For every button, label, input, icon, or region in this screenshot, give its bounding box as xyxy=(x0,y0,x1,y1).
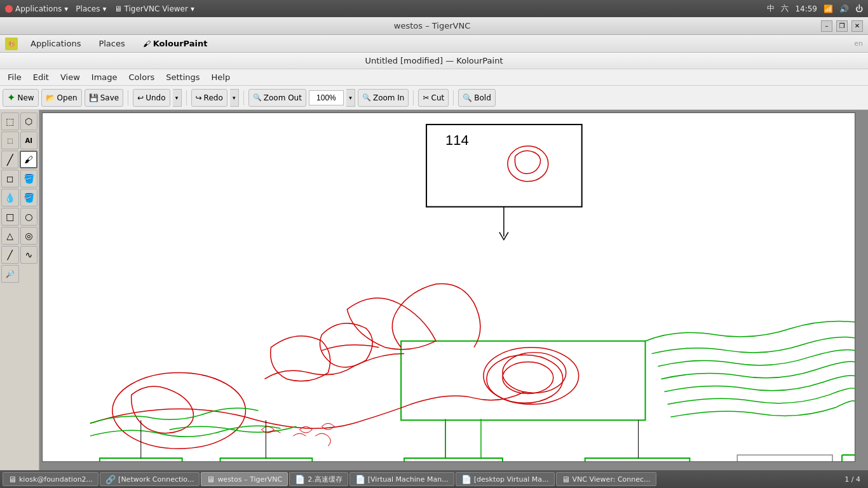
vnc-maximize-button[interactable]: ❐ xyxy=(836,20,848,32)
bold-label: Bold xyxy=(474,93,491,102)
tigervnc-task-label: westos – TigerVNC xyxy=(217,475,282,484)
polygon-tool[interactable]: △ xyxy=(1,227,19,245)
vnc-window-title: westos – TigerVNC xyxy=(43,21,821,30)
tool-row-7: ╱ ∿ xyxy=(1,246,37,264)
new-button[interactable]: ✦ New xyxy=(3,89,39,107)
kp-titlebar: Untitled [modified] — KolourPaint xyxy=(0,53,868,69)
toolbar-sep-2 xyxy=(186,90,187,105)
menu-settings[interactable]: Settings xyxy=(161,71,205,83)
kiosk-icon: 🖥 xyxy=(8,475,17,484)
taskbar-network[interactable]: 🔗 [Network Connectio... xyxy=(100,472,200,486)
ai-text-tool[interactable]: AI xyxy=(20,132,38,149)
zoom-value-input[interactable] xyxy=(309,90,344,105)
taskbar-vnc-connect[interactable]: 🖥 VNC Viewer: Connec... xyxy=(556,472,656,486)
tigervnc-label: TigerVNC Viewer xyxy=(125,4,188,13)
fill2-tool[interactable]: 🪣 xyxy=(20,189,38,207)
toolbar-sep-1 xyxy=(128,90,128,105)
system-bar: Applications ▾ Places ▾ 🖥 TigerVNC Viewe… xyxy=(0,0,868,17)
eyedropper-tool[interactable]: 💧 xyxy=(1,189,19,207)
free-shape-tool[interactable]: ◎ xyxy=(20,227,38,245)
tigervnc-menu[interactable]: 🖥 TigerVNC Viewer ▾ xyxy=(114,4,194,13)
outer-applications-menu[interactable]: Applications xyxy=(25,37,86,50)
tigervnc-icon: 🖥 xyxy=(114,4,122,13)
places-menu[interactable]: Places ▾ xyxy=(76,4,106,13)
new-icon: ✦ xyxy=(7,92,15,104)
menu-image[interactable]: Image xyxy=(86,71,123,83)
applications-menu[interactable]: Applications ▾ xyxy=(5,4,68,13)
bold-button[interactable]: 🔍 Bold xyxy=(458,89,496,107)
tool-row-4: 💧 🪣 xyxy=(1,189,37,207)
new-label: New xyxy=(17,93,34,102)
system-bar-left: Applications ▾ Places ▾ 🖥 TigerVNC Viewe… xyxy=(5,4,194,13)
menu-view[interactable]: View xyxy=(55,71,85,83)
cache-label: 2.高速缓存 xyxy=(308,475,342,484)
toolbar: ✦ New 📂 Open 💾 Save ↩ Undo ▾ ↪ Redo ▾ 🔍 … xyxy=(0,86,868,110)
rect-shape-tool[interactable]: □ xyxy=(1,208,19,226)
zoom-out-button[interactable]: 🔍 Zoom Out xyxy=(248,89,306,107)
zoom-in-icon: 🔍 xyxy=(362,93,371,102)
fill-tool[interactable]: 🪣 xyxy=(20,170,38,187)
wifi-icon: 📶 xyxy=(824,4,833,13)
save-button[interactable]: 💾 Save xyxy=(85,89,123,107)
open-button[interactable]: 📂 Open xyxy=(41,89,82,107)
save-icon: 💾 xyxy=(89,93,98,102)
menu-file[interactable]: File xyxy=(3,71,27,83)
tool-row-5: □ ○ xyxy=(1,208,37,226)
tool-row-1: ⬚ ⬡ xyxy=(1,112,37,130)
brush-tool[interactable]: 🖌 xyxy=(20,151,37,168)
virt-man-label: [Virtual Machine Man... xyxy=(368,475,449,484)
undo-dropdown[interactable]: ▾ xyxy=(173,89,182,107)
menu-help[interactable]: Help xyxy=(207,71,236,83)
kp-outer-bar: 🎨 Applications Places 🖌 KolourPaint en xyxy=(0,35,868,53)
eraser-tool[interactable]: ◻ xyxy=(1,170,19,187)
tool-panel: ⬚ ⬡ ⬚ AI ╱ 🖌 ◻ 🪣 💧 🪣 □ ○ △ ◎ ╱ ∿ xyxy=(0,110,39,487)
select-free-tool[interactable]: ⬡ xyxy=(20,112,38,130)
bold-icon: 🔍 xyxy=(463,93,472,102)
vnc-close-button[interactable]: ✕ xyxy=(851,20,863,32)
undo-label: Undo xyxy=(146,93,165,102)
outer-places-menu[interactable]: Places xyxy=(93,37,130,50)
svg-point-8 xyxy=(503,362,553,394)
zoom-in-label: Zoom In xyxy=(373,93,405,102)
redo-button[interactable]: ↪ Redo xyxy=(191,89,227,107)
redo-label: Redo xyxy=(204,93,223,102)
taskbar-virt-man[interactable]: 📄 [Virtual Machine Man... xyxy=(349,472,454,486)
redo-icon: ↪ xyxy=(196,93,202,102)
zoom-dropdown[interactable]: ▾ xyxy=(346,89,355,107)
page-indicator: 1 / 4 xyxy=(844,475,865,484)
network-icon: 🔗 xyxy=(105,475,116,484)
zoom-in-button[interactable]: 🔍 Zoom In xyxy=(358,89,409,107)
taskbar-tigervnc[interactable]: 🖥 westos – TigerVNC xyxy=(201,472,288,486)
cut-icon: ✂ xyxy=(423,93,429,102)
day-indicator: 六 xyxy=(781,3,789,14)
tool-row-ai: ⬚ AI xyxy=(1,132,37,149)
canvas-area[interactable]: 114 xyxy=(39,110,868,487)
taskbar-kiosk[interactable]: 🖥 kiosk@foundation2... xyxy=(3,472,98,486)
undo-button[interactable]: ↩ Undo xyxy=(133,89,170,107)
line-tool[interactable]: ╱ xyxy=(1,246,19,264)
menu-edit[interactable]: Edit xyxy=(28,71,54,83)
svg-rect-11 xyxy=(220,458,313,461)
zoom-tool[interactable]: 🔎 xyxy=(1,265,19,283)
kp-brush-icon: 🖌 xyxy=(143,39,151,48)
time-display: 14:59 xyxy=(795,4,817,13)
cut-button[interactable]: ✂ Cut xyxy=(418,89,449,107)
curve-tool[interactable]: ∿ xyxy=(20,246,38,264)
taskbar-desktop-virt[interactable]: 📄 [desktop Virtual Ma... xyxy=(456,472,555,486)
select-rect-tool[interactable]: ⬚ xyxy=(1,112,19,130)
taskbar-cache[interactable]: 📄 2.高速缓存 xyxy=(289,472,348,486)
ellipse-shape-tool[interactable]: ○ xyxy=(20,208,38,226)
drawing-canvas[interactable]: 114 xyxy=(42,112,855,462)
power-icon[interactable]: ⏻ xyxy=(855,4,863,13)
ai-select-tool[interactable]: ⬚ xyxy=(1,132,19,149)
pencil-tool[interactable]: ╱ xyxy=(1,151,18,168)
desktop-virt-label: [desktop Virtual Ma... xyxy=(474,475,549,484)
vnc-minimize-button[interactable]: – xyxy=(821,20,832,32)
system-bar-right: 中 六 14:59 📶 🔊 ⏻ xyxy=(767,3,863,14)
lang-indicator[interactable]: 中 xyxy=(767,3,775,14)
menu-colors[interactable]: Colors xyxy=(124,71,160,83)
undo-icon: ↩ xyxy=(137,93,144,102)
svg-rect-12 xyxy=(404,458,503,461)
tool-row-6: △ ◎ xyxy=(1,227,37,245)
redo-dropdown[interactable]: ▾ xyxy=(230,89,239,107)
